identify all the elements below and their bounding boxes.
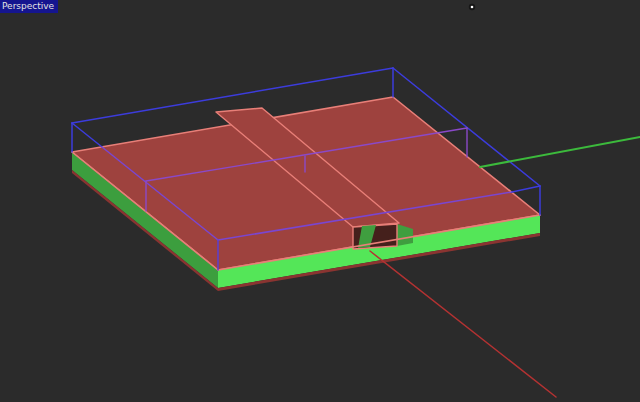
axis-line-red	[370, 251, 556, 397]
bluebox-top-front-right-edge-b[interactable]	[512, 186, 540, 192]
bluebox-top-front-left-edge-a[interactable]	[72, 123, 102, 147]
viewport-title[interactable]: Perspective	[0, 0, 58, 13]
scene-canvas[interactable]	[0, 0, 640, 402]
viewport-perspective[interactable]: Perspective	[0, 0, 640, 402]
axis-line-green	[480, 137, 640, 167]
point-marker[interactable]	[471, 6, 474, 9]
